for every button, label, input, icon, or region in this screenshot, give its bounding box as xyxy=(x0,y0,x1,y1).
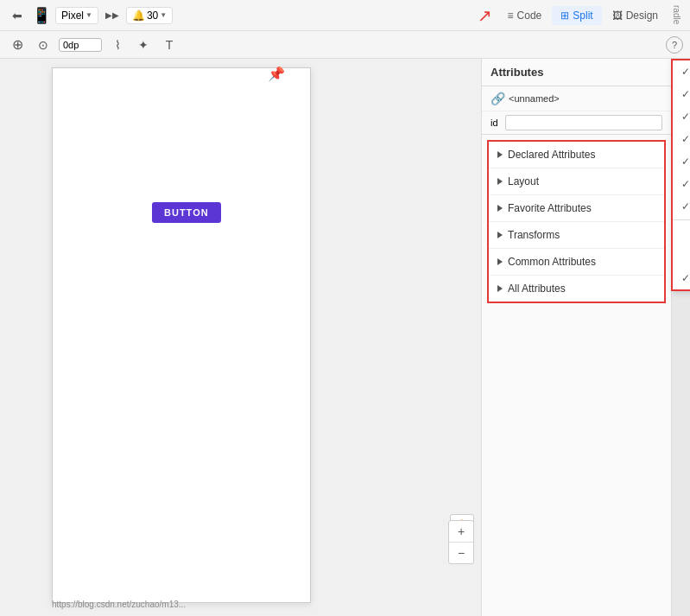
arrow-indicator: ↗ xyxy=(478,5,492,26)
design-icon: 🖼 xyxy=(612,10,623,22)
menu-item-favorite[interactable]: ✓ Favorite Attributes xyxy=(673,105,690,128)
dp-value-label: 0dp xyxy=(63,40,79,50)
transform-icon[interactable]: ⌇ xyxy=(107,35,128,55)
dp-label: 🔔 xyxy=(132,10,145,22)
check-transforms: ✓ xyxy=(681,156,690,168)
attr-name-icon: 🔗 xyxy=(491,92,505,105)
menu-item-referenced[interactable]: ✓ Referenced Views xyxy=(673,173,690,195)
group-layout-label: Layout xyxy=(508,175,539,187)
menu-item-declared[interactable]: ✓ Declared Attributes xyxy=(673,60,690,83)
group-transforms[interactable]: Transforms xyxy=(489,222,664,249)
expand-icon xyxy=(497,151,503,158)
help-label: ? xyxy=(672,40,677,50)
text-icon[interactable]: T xyxy=(159,35,180,55)
split-label: Split xyxy=(573,10,592,22)
group-declared-label: Declared Attributes xyxy=(508,149,595,161)
attr-id-input[interactable] xyxy=(505,115,662,130)
menu-separator-1 xyxy=(673,219,690,220)
second-toolbar: ⊕ ⊙ 0dp ⌇ ✦ T ? xyxy=(0,31,690,59)
canvas-button: BUTTON xyxy=(152,202,221,223)
group-layout[interactable]: Layout xyxy=(489,168,664,195)
design-label: Design xyxy=(626,10,658,22)
attr-id-label: id xyxy=(491,117,498,128)
url-bar: https://blog.csdn.net/zuchao/m13... xyxy=(52,600,186,609)
group-declared[interactable]: Declared Attributes xyxy=(489,142,664,168)
view-mode-tabs: ≡ Code ⊞ Split 🖼 Design xyxy=(499,6,667,25)
code-icon: ≡ xyxy=(508,10,514,22)
attr-name-row: 🔗 <unnamed> xyxy=(482,86,671,111)
check-declared: ✓ xyxy=(681,66,690,78)
attributes-panel: Attributes 🔗 <unnamed> id Declared Attri… xyxy=(481,59,671,616)
code-label: Code xyxy=(517,10,542,22)
check-all: ✓ xyxy=(681,200,690,213)
mode-label: Pixel xyxy=(61,10,84,22)
attr-id-row: id xyxy=(482,111,671,135)
back-btn[interactable]: ⬅ xyxy=(7,5,28,26)
expand-icon xyxy=(497,285,503,292)
menu-item-layout[interactable]: ✓ Layout xyxy=(673,83,690,105)
design-canvas[interactable]: BUTTON xyxy=(52,67,311,603)
group-common-label: Common Attributes xyxy=(508,256,596,268)
pin-icon: 📌 xyxy=(268,66,285,82)
zoom-controls: + − xyxy=(448,520,474,564)
check-referenced: ✓ xyxy=(681,178,690,190)
canvas-panel: BUTTON 📌 ✋ + − https://blog.csdn.net/zuc… xyxy=(0,59,481,616)
target-icon[interactable]: ⊙ xyxy=(33,35,54,55)
expand-icon xyxy=(497,232,503,238)
group-favorite-label: Favorite Attributes xyxy=(508,202,592,214)
main-content: BUTTON 📌 ✋ + − https://blog.csdn.net/zuc… xyxy=(0,59,690,616)
group-all-label: All Attributes xyxy=(508,283,566,295)
check-favorite: ✓ xyxy=(681,111,690,123)
design-tab[interactable]: 🖼 Design xyxy=(604,6,667,25)
expand-icon xyxy=(497,258,503,265)
menu-item-all[interactable]: ✓ All Attributes xyxy=(673,195,690,218)
group-common[interactable]: Common Attributes xyxy=(489,249,664,276)
zoom-out-btn[interactable]: − xyxy=(449,543,473,563)
dropdown-menu: ✓ Declared Attributes ✓ Layout ✓ Favorit… xyxy=(671,59,690,291)
dp-value: 30 xyxy=(147,10,158,22)
help-button[interactable]: ? xyxy=(666,36,683,54)
dp-chevron-icon: ▼ xyxy=(160,11,167,19)
menu-item-common[interactable]: ✓ Common Attributes xyxy=(673,128,690,150)
expand-icon xyxy=(497,205,503,212)
attr-groups-container: Declared Attributes Layout Favorite Attr… xyxy=(487,140,666,303)
split-icon: ⊞ xyxy=(560,10,569,22)
attributes-header: Attributes xyxy=(482,59,671,86)
mode-chevron-icon: ▼ xyxy=(85,11,92,19)
menu-item-attached-side[interactable]: ✓ Attached Side ▶ xyxy=(673,222,690,244)
phone-icon[interactable]: 📱 xyxy=(31,5,52,26)
expand-icon xyxy=(497,178,503,185)
brush-icon[interactable]: ✦ xyxy=(133,35,154,55)
group-all[interactable]: All Attributes xyxy=(489,276,664,302)
side-label: radle xyxy=(670,2,683,28)
code-tab[interactable]: ≡ Code xyxy=(499,6,551,25)
layer-icon[interactable]: ⊕ xyxy=(7,35,28,55)
group-favorite[interactable]: Favorite Attributes xyxy=(489,195,664,222)
split-tab[interactable]: ⊞ Split xyxy=(552,6,601,25)
dp-dropdown[interactable]: 🔔 30 ▼ xyxy=(126,7,173,24)
check-common: ✓ xyxy=(681,133,690,145)
dp-input-field: 0dp xyxy=(59,38,102,52)
check-split: ✓ xyxy=(681,272,690,284)
attr-name-value: <unnamed> xyxy=(509,93,560,104)
arrow-icon[interactable]: ▶▶ xyxy=(102,5,123,26)
menu-item-split[interactable]: ✓ Split Mode xyxy=(673,267,690,289)
group-transforms-label: Transforms xyxy=(508,229,560,241)
zoom-in-btn[interactable]: + xyxy=(449,521,473,542)
check-layout: ✓ xyxy=(681,88,690,100)
mode-dropdown[interactable]: Pixel ▼ xyxy=(55,7,98,24)
top-toolbar: ⬅ 📱 Pixel ▼ ▶▶ 🔔 30 ▼ ↗ ≡ Code ⊞ Split 🖼… xyxy=(0,0,690,31)
menu-item-floating[interactable]: ✓ Floating Mode xyxy=(673,244,690,267)
menu-item-transforms[interactable]: ✓ Transforms xyxy=(673,150,690,173)
